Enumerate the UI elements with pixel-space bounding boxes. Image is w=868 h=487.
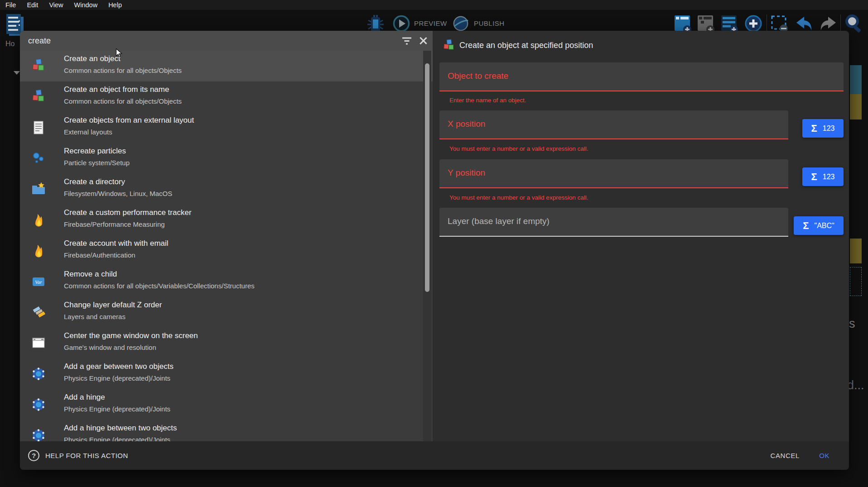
- cubes-icon: [442, 39, 456, 53]
- action-list-item[interactable]: Add a gear between two objects Physics E…: [20, 358, 433, 389]
- action-title: Add a hinge between two objects: [64, 424, 177, 433]
- action-list-item[interactable]: Recreate particles Particle system/Setup: [20, 143, 433, 174]
- field-placeholder: X position: [439, 110, 788, 138]
- action-category: Common actions for all objects/Objects: [64, 97, 182, 105]
- background-edge-text: d...: [847, 378, 864, 392]
- action-results-list: Create an object Common actions for all …: [20, 51, 433, 441]
- sigma-icon: Σ: [803, 221, 809, 231]
- y-field-error: You must enter a number or a valid expre…: [449, 194, 588, 201]
- menu-item[interactable]: Window: [69, 1, 103, 9]
- atom-icon: [31, 428, 46, 441]
- action-list-item[interactable]: Create objects from an external layout E…: [20, 112, 433, 143]
- action-title: Center the game window on the screen: [64, 331, 198, 340]
- action-category: Layers and cameras: [64, 313, 125, 320]
- action-details-title: Create an object at specified position: [459, 41, 593, 50]
- help-icon: ?: [28, 450, 39, 461]
- particles-icon: [31, 151, 46, 166]
- background-edge-text: s: [849, 317, 855, 331]
- field-placeholder: Object to create: [439, 62, 844, 90]
- action-list-item[interactable]: Add a hinge Physics Engine (deprecated)/…: [20, 389, 433, 420]
- action-category: External layouts: [64, 128, 112, 136]
- action-category: Firebase/Performance Measuring: [64, 220, 165, 228]
- publish-globe-icon[interactable]: [452, 15, 469, 32]
- action-category: Game's window and resolution: [64, 344, 156, 351]
- choose-action-dialog: create Create an object Common actions f…: [20, 31, 849, 470]
- action-category: Physics Engine (deprecated)/Joints: [64, 436, 170, 441]
- toolbar-separator: [767, 14, 767, 33]
- preview-play-icon[interactable]: [392, 14, 410, 33]
- x-position-field[interactable]: X position: [439, 110, 788, 139]
- background-teal-block: [850, 65, 862, 94]
- document-icon: [31, 120, 46, 135]
- help-for-action-button[interactable]: ? HELP FOR THIS ACTION: [28, 441, 128, 470]
- object-field-helper: Enter the name of an object.: [449, 97, 526, 104]
- action-category: Physics Engine (deprecated)/Joints: [64, 405, 170, 413]
- background-tab-label: Ho: [5, 40, 14, 48]
- action-list-item[interactable]: Var Remove a child Common actions for al…: [20, 266, 433, 297]
- layer-expression-button[interactable]: Σ "ABC": [794, 216, 844, 235]
- sigma-icon: Σ: [811, 124, 817, 134]
- atom-icon: [31, 397, 46, 412]
- filter-icon[interactable]: [402, 37, 412, 45]
- x-expression-button[interactable]: Σ 123: [802, 119, 844, 138]
- window-icon: [31, 335, 46, 351]
- flame-icon: [31, 212, 46, 228]
- folder-icon: [31, 181, 46, 197]
- action-list-item[interactable]: Create an object from its name Common ac…: [20, 81, 433, 112]
- action-list-item[interactable]: Change layer default Z order Layers and …: [20, 297, 433, 328]
- layer-field[interactable]: Layer (base layer if empty): [439, 208, 788, 237]
- object-to-create-field[interactable]: Object to create: [439, 62, 844, 91]
- menu-bar: FileEditViewWindowHelp: [0, 0, 868, 10]
- y-position-field[interactable]: Y position: [439, 159, 788, 188]
- action-list-item[interactable]: Create account with with email Firebase/…: [20, 235, 433, 266]
- action-list-item[interactable]: Create a custom performance tracker Fire…: [20, 205, 433, 235]
- menu-item[interactable]: Edit: [21, 1, 43, 9]
- action-title: Create an object: [64, 54, 121, 63]
- toolbar-separator: [840, 14, 841, 33]
- action-category: Common actions for all objects/Objects: [64, 67, 182, 74]
- action-title: Create an object from its name: [64, 85, 169, 94]
- background-gold-block: [850, 94, 862, 119]
- field-placeholder: Y position: [439, 159, 788, 186]
- search-query: create: [28, 31, 51, 51]
- flame-icon: [31, 243, 46, 258]
- action-category: Common actions for all objects/Variables…: [64, 282, 255, 290]
- atom-icon: [31, 366, 46, 382]
- svg-text:Var: Var: [35, 279, 42, 285]
- action-title: Change layer default Z order: [64, 301, 162, 310]
- action-title: Remove a child: [64, 270, 117, 279]
- action-list-item[interactable]: Create a directory Filesystem/Windows, L…: [20, 174, 433, 205]
- cubes-icon: [31, 58, 46, 74]
- action-category: Physics Engine (deprecated)/Joints: [64, 374, 170, 382]
- layers-icon: [31, 305, 46, 320]
- chevron-down-icon: [14, 71, 20, 75]
- y-expression-button[interactable]: Σ 123: [802, 167, 844, 186]
- menu-item[interactable]: File: [0, 1, 21, 9]
- action-list-item[interactable]: Create an object Common actions for all …: [20, 51, 433, 81]
- menu-item[interactable]: Help: [103, 1, 127, 9]
- action-category: Filesystem/Windows, Linux, MacOS: [64, 190, 172, 197]
- cancel-button[interactable]: CANCEL: [771, 441, 800, 470]
- var-icon: Var: [31, 274, 46, 289]
- action-title: Create a custom performance tracker: [64, 208, 192, 217]
- menu-item[interactable]: View: [43, 1, 68, 9]
- ok-button[interactable]: OK: [819, 441, 829, 470]
- x-field-error: You must enter a number or a valid expre…: [449, 145, 588, 152]
- action-list-item[interactable]: Add a hinge between two objects Physics …: [20, 420, 433, 441]
- close-icon[interactable]: [418, 36, 428, 46]
- action-title: Add a hinge: [64, 393, 105, 402]
- action-details-panel: Create an object at specified position O…: [439, 31, 849, 441]
- results-scrollbar[interactable]: [423, 51, 431, 441]
- action-title: Create account with with email: [64, 239, 169, 248]
- action-title: Recreate particles: [64, 147, 126, 156]
- sigma-icon: Σ: [811, 172, 817, 182]
- field-placeholder: Layer (base layer if empty): [439, 208, 788, 235]
- mouse-cursor: [114, 48, 124, 58]
- action-list-item[interactable]: Center the game window on the screen Gam…: [20, 328, 433, 358]
- search-input[interactable]: create: [20, 31, 433, 51]
- action-category: Particle system/Setup: [64, 159, 130, 167]
- cubes-icon: [31, 89, 46, 105]
- action-title: Create objects from an external layout: [64, 116, 194, 125]
- scrollbar-thumb[interactable]: [425, 63, 429, 292]
- action-title: Create a directory: [64, 177, 125, 186]
